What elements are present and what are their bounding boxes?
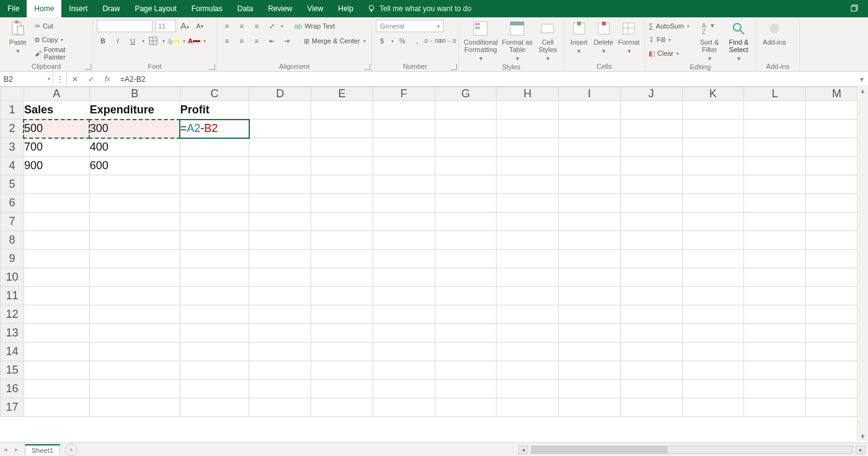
menu-insert[interactable]: Insert (61, 0, 95, 17)
column-header[interactable]: F (373, 87, 435, 101)
cut-button[interactable]: ✂Cut (35, 20, 89, 32)
cell-K11[interactable] (682, 287, 744, 305)
spreadsheet-grid[interactable]: ABCDEFGHIJKLM1SalesExpenditureProfit2500… (0, 87, 868, 434)
font-dialog-launcher[interactable] (209, 64, 215, 70)
cell-H15[interactable] (497, 361, 559, 380)
cell-C2[interactable]: =A2-B2 (180, 120, 249, 138)
alignment-dialog-launcher[interactable] (364, 64, 370, 70)
cell-C9[interactable] (180, 250, 249, 268)
cell-H2[interactable] (497, 120, 559, 138)
cell-A7[interactable] (24, 213, 89, 231)
cell-C17[interactable] (180, 398, 249, 417)
cell-A3[interactable]: 700 (24, 138, 89, 157)
cell-J3[interactable] (620, 138, 682, 157)
cell-B9[interactable] (89, 250, 180, 268)
column-header[interactable]: C (180, 87, 249, 101)
cell-H9[interactable] (497, 250, 559, 268)
cell-H11[interactable] (497, 287, 559, 305)
cell-K1[interactable] (682, 101, 744, 120)
new-sheet-button[interactable]: ＋ (65, 444, 78, 456)
cell-C12[interactable] (180, 305, 249, 324)
cell-E16[interactable] (311, 380, 373, 398)
cell-C11[interactable] (180, 287, 249, 305)
cell-E13[interactable] (311, 324, 373, 343)
horizontal-scrollbar[interactable] (531, 445, 853, 454)
row-header[interactable]: 2 (1, 120, 24, 138)
cell-G2[interactable] (435, 120, 497, 138)
cell-H12[interactable] (497, 305, 559, 324)
cell-J10[interactable] (620, 268, 682, 287)
cell-B16[interactable] (89, 380, 180, 398)
cell-I5[interactable] (559, 175, 621, 194)
fx-button[interactable]: fx (99, 72, 115, 86)
menu-review[interactable]: Review (260, 0, 299, 17)
cell-E17[interactable] (311, 398, 373, 417)
row-header[interactable]: 5 (1, 175, 24, 194)
cell-J14[interactable] (620, 343, 682, 361)
increase-decimal-icon[interactable]: .0→.00 (426, 35, 438, 47)
cell-L8[interactable] (744, 231, 806, 250)
cell-F2[interactable] (373, 120, 435, 138)
cell-C16[interactable] (180, 380, 249, 398)
cell-A14[interactable] (24, 343, 89, 361)
cell-L13[interactable] (744, 324, 806, 343)
cell-I16[interactable] (559, 380, 621, 398)
align-center-icon[interactable]: ≡ (236, 35, 248, 47)
align-middle-icon[interactable]: ≡ (236, 20, 248, 32)
cell-J1[interactable] (620, 101, 682, 120)
cell-H14[interactable] (497, 343, 559, 361)
cell-G1[interactable] (435, 101, 497, 120)
row-header[interactable]: 7 (1, 213, 24, 231)
cell-K15[interactable] (682, 361, 744, 380)
cell-B17[interactable] (89, 398, 180, 417)
cell-F10[interactable] (373, 268, 435, 287)
cell-L15[interactable] (744, 361, 806, 380)
cell-I2[interactable] (559, 120, 621, 138)
cell-B11[interactable] (89, 287, 180, 305)
cell-J16[interactable] (620, 380, 682, 398)
cancel-formula-button[interactable]: ✕ (67, 72, 83, 86)
cell-E7[interactable] (311, 213, 373, 231)
cell-B7[interactable] (89, 213, 180, 231)
cell-A13[interactable] (24, 324, 89, 343)
cell-H17[interactable] (497, 398, 559, 417)
addins-button[interactable]: Add-ins (760, 20, 789, 46)
copy-button[interactable]: ⧉Copy▾ (35, 33, 89, 46)
cell-F4[interactable] (373, 157, 435, 175)
cell-K4[interactable] (682, 157, 744, 175)
format-as-table-button[interactable]: Format as Table▾ (502, 20, 533, 62)
row-header[interactable]: 14 (1, 343, 24, 361)
cell-G3[interactable] (435, 138, 497, 157)
align-bottom-icon[interactable]: ≡ (250, 20, 263, 32)
underline-button[interactable]: U (126, 35, 139, 47)
cell-F17[interactable] (373, 398, 435, 417)
cell-J4[interactable] (620, 157, 682, 175)
decrease-indent-icon[interactable]: ⇤ (265, 35, 278, 47)
row-header[interactable]: 8 (1, 231, 24, 250)
cell-A4[interactable]: 900 (24, 157, 89, 175)
cell-D11[interactable] (249, 287, 311, 305)
cell-D17[interactable] (249, 398, 311, 417)
clipboard-dialog-launcher[interactable] (85, 64, 91, 70)
cell-F11[interactable] (373, 287, 435, 305)
conditional-formatting-button[interactable]: Conditional Formatting▾ (463, 20, 499, 62)
cell-H13[interactable] (497, 324, 559, 343)
cell-J15[interactable] (620, 361, 682, 380)
cell-D10[interactable] (249, 268, 311, 287)
cell-B6[interactable] (89, 194, 180, 213)
cell-B10[interactable] (89, 268, 180, 287)
font-size-combo[interactable]: 11 (155, 20, 176, 32)
cell-D3[interactable] (249, 138, 311, 157)
cell-F6[interactable] (373, 194, 435, 213)
menu-formulas[interactable]: Formulas (184, 0, 230, 17)
cell-F12[interactable] (373, 305, 435, 324)
cell-H8[interactable] (497, 231, 559, 250)
cell-G17[interactable] (435, 398, 497, 417)
row-header[interactable]: 6 (1, 194, 24, 213)
cell-L9[interactable] (744, 250, 806, 268)
column-header[interactable]: J (620, 87, 682, 101)
cell-F9[interactable] (373, 250, 435, 268)
cell-I4[interactable] (559, 157, 621, 175)
cell-K10[interactable] (682, 268, 744, 287)
cell-D2[interactable] (249, 120, 311, 138)
